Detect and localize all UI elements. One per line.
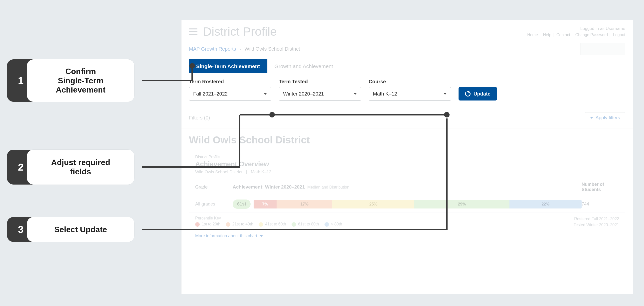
header-right-placeholder: [580, 43, 625, 55]
field-term-rostered: Term Rostered Fall 2021–2022: [189, 79, 271, 100]
chevron-down-icon: [443, 93, 447, 95]
percentile-key-items: 1st to 20th21st to 40th41st to 60th61st …: [195, 222, 342, 227]
bar-segment: 25%: [332, 200, 414, 209]
legend-dot-icon: [226, 222, 230, 227]
user-block: Logged in as Username Home| Help| Contac…: [527, 26, 625, 37]
table-header: Grade Achievement: Winter 2020–2021 Medi…: [189, 178, 625, 196]
callout-text: ConfirmSingle-TermAchievement: [27, 59, 134, 102]
label-course: Course: [369, 79, 451, 84]
callout-text: Adjust requiredfields: [27, 150, 134, 185]
filter-row: Term Rostered Fall 2021–2022 Term Tested…: [182, 73, 633, 107]
value-term-rostered: Fall 2021–2022: [193, 91, 228, 97]
callout-2: 2 Adjust requiredfields: [7, 150, 134, 185]
col-achievement: Achievement: Winter 2020–2021 Median and…: [233, 184, 582, 190]
menu-icon[interactable]: [189, 28, 198, 35]
value-term-tested: Winter 2020–2021: [283, 91, 324, 97]
chevron-down-icon: [354, 93, 357, 95]
select-term-rostered[interactable]: Fall 2021–2022: [189, 87, 271, 100]
app-window: District Profile Logged in as Username H…: [181, 20, 633, 294]
row-grade: All grades: [195, 202, 233, 207]
label-term-tested: Term Tested: [279, 79, 361, 84]
field-course: Course Math K–12: [369, 79, 451, 100]
percentile-key-item: 61st to 80th: [292, 222, 319, 227]
col-students: Number of Students: [582, 182, 619, 192]
achievement-card: District Profile Achievement Overview Wi…: [189, 150, 625, 243]
legend-dot-icon: [195, 222, 200, 227]
page-title: District Profile: [203, 25, 277, 38]
bar-segment: 7%: [254, 200, 276, 209]
percentile-key-item: 1st to 20th: [195, 222, 220, 227]
percentile-key-title: Percentile Key: [195, 216, 342, 221]
percentile-key: Percentile Key 1st to 20th21st to 40th41…: [195, 216, 342, 227]
card-subtitle: Wild Owls School District | Math K–12: [195, 170, 619, 175]
median-pill: 61st: [233, 200, 250, 209]
card-kicker: District Profile: [195, 155, 619, 159]
legend-dot-icon: [324, 222, 329, 227]
row-students: 744: [582, 202, 619, 207]
callout-1: 1 ConfirmSingle-TermAchievement: [7, 59, 134, 102]
header-links: Home| Help| Contact| Change Password| Lo…: [527, 33, 625, 37]
field-term-tested: Term Tested Winter 2020–2021: [279, 79, 361, 100]
link-contact[interactable]: Contact: [556, 33, 570, 37]
card-footer: Percentile Key 1st to 20th21st to 40th41…: [189, 212, 625, 230]
percentile-key-item: 21st to 40th: [226, 222, 253, 227]
value-course: Math K–12: [373, 91, 397, 97]
filters-bar: Filters (0) Apply filters: [182, 107, 633, 128]
update-button[interactable]: Update: [458, 87, 497, 100]
tab-growth-and-achievement[interactable]: Growth and Achievement: [267, 59, 340, 73]
select-course[interactable]: Math K–12: [369, 87, 451, 100]
label-term-rostered: Term Rostered: [189, 79, 271, 84]
apply-filters-label: Apply filters: [596, 115, 620, 120]
table-row: All grades 61st 7%17%25%29%22% 744: [189, 196, 625, 212]
chevron-down-icon: [264, 93, 267, 95]
col-grade: Grade: [195, 185, 233, 190]
apply-filters-button[interactable]: Apply filters: [585, 112, 625, 123]
footer-right: Rostered Fall 2021–2022 Tested Winter 20…: [574, 216, 619, 228]
logged-in-as: Logged in as Username: [527, 26, 625, 31]
link-help[interactable]: Help: [543, 33, 551, 37]
card-header: District Profile Achievement Overview Wi…: [189, 150, 625, 178]
tab-single-term-achievement[interactable]: Single-Term Achievement: [189, 59, 267, 73]
tab-strip: Single-Term Achievement Growth and Achie…: [182, 59, 633, 73]
callout-3: 3 Select Update: [7, 217, 134, 242]
legend-dot-icon: [292, 222, 296, 227]
chevron-down-icon: [590, 117, 593, 119]
select-term-tested[interactable]: Winter 2020–2021: [279, 87, 361, 100]
callout-text: Select Update: [27, 217, 134, 242]
legend-dot-icon: [258, 222, 263, 227]
chevron-right-icon: ›: [240, 46, 241, 52]
stacked-bar: 7%17%25%29%22%: [254, 200, 582, 209]
footer-tested: Tested Winter 2020–2021: [574, 222, 619, 228]
filters-count: Filters (0): [189, 115, 210, 121]
link-change-password[interactable]: Change Password: [575, 33, 608, 37]
more-info-link[interactable]: More information about this chart: [189, 230, 625, 243]
bar-segment: 17%: [276, 200, 332, 209]
distribution-bar: 61st 7%17%25%29%22%: [233, 200, 582, 209]
footer-rostered: Rostered Fall 2021–2022: [574, 216, 619, 222]
percentile-key-item: 41st to 60th: [258, 222, 286, 227]
chevron-down-icon: [260, 235, 263, 237]
percentile-key-item: > 80th: [324, 222, 342, 227]
breadcrumb: MAP Growth Reports › Wild Owls School Di…: [182, 41, 633, 59]
card-title: Achievement Overview: [195, 160, 619, 168]
refresh-icon: [465, 91, 470, 96]
update-label: Update: [474, 91, 490, 97]
bar-segment: 22%: [510, 200, 582, 209]
link-logout[interactable]: Logout: [613, 33, 625, 37]
breadcrumb-root[interactable]: MAP Growth Reports: [189, 46, 236, 52]
bar-segment: 29%: [414, 200, 510, 209]
district-heading: Wild Owls School District: [182, 128, 633, 150]
link-home[interactable]: Home: [527, 33, 538, 37]
breadcrumb-current: Wild Owls School District: [244, 46, 300, 52]
app-header: District Profile Logged in as Username H…: [182, 20, 633, 41]
